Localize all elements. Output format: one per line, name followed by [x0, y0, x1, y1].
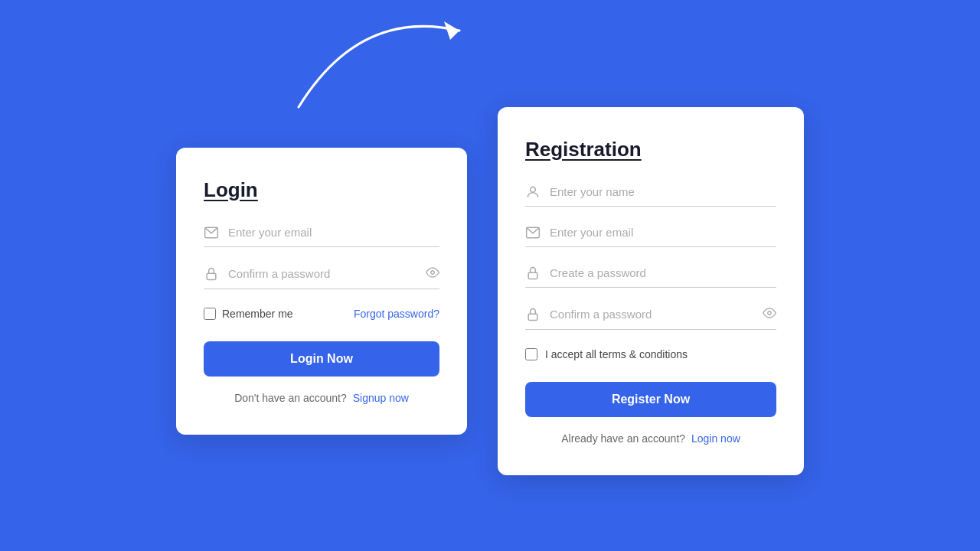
reg-email-input[interactable]: [550, 226, 776, 239]
reg-confirm-password-group: [525, 306, 776, 330]
login-title: Login: [204, 178, 439, 202]
signup-link[interactable]: Signup now: [353, 392, 409, 404]
terms-group: I accept all terms & conditions: [525, 348, 776, 360]
login-button[interactable]: Login Now: [204, 341, 439, 377]
svg-rect-7: [528, 314, 537, 320]
email-icon: [204, 225, 219, 240]
svg-marker-0: [444, 21, 459, 40]
reg-email-icon: [525, 225, 541, 240]
lock-icon: [204, 266, 219, 282]
eye-toggle-icon[interactable]: [426, 266, 439, 282]
remember-me-label[interactable]: Remember me: [204, 308, 293, 320]
login-password-input[interactable]: [228, 267, 420, 280]
terms-text: I accept all terms & conditions: [545, 348, 688, 360]
arrow-graphic: [283, 0, 498, 122]
registration-title: Registration: [525, 138, 776, 161]
terms-checkbox[interactable]: [525, 348, 537, 360]
login-email-group: [204, 225, 439, 247]
login-link[interactable]: Login now: [691, 432, 740, 445]
svg-rect-2: [207, 273, 216, 279]
svg-point-4: [531, 187, 536, 192]
login-email-input[interactable]: [228, 226, 439, 239]
reg-create-password-input[interactable]: [550, 266, 776, 279]
reg-eye-toggle-icon[interactable]: [763, 306, 776, 323]
reg-confirm-password-input[interactable]: [550, 308, 756, 321]
reg-name-input[interactable]: [550, 185, 776, 198]
forgot-password-link[interactable]: Forgot password?: [354, 308, 439, 320]
svg-rect-6: [528, 272, 537, 279]
reg-confirm-lock-icon: [525, 307, 541, 322]
registration-card: Registration: [498, 107, 804, 475]
reg-email-group: [525, 225, 776, 247]
reg-lock-icon: [525, 266, 541, 281]
reg-name-group: [525, 184, 776, 207]
reg-footer-text: Already have an account?: [561, 432, 685, 445]
login-footer: Don't have an account? Signup now: [204, 392, 439, 404]
svg-point-3: [431, 270, 435, 274]
person-icon: [525, 184, 541, 200]
remember-me-text: Remember me: [222, 308, 293, 320]
login-card: Login: [176, 148, 467, 435]
reg-create-password-group: [525, 266, 776, 288]
remember-me-checkbox[interactable]: [204, 308, 216, 320]
login-footer-text: Don't have an account?: [234, 392, 347, 404]
svg-point-8: [768, 311, 772, 315]
register-button[interactable]: Register Now: [525, 382, 776, 417]
login-password-group: [204, 266, 439, 289]
registration-footer: Already have an account? Login now: [525, 432, 776, 445]
login-options: Remember me Forgot password?: [204, 308, 439, 320]
